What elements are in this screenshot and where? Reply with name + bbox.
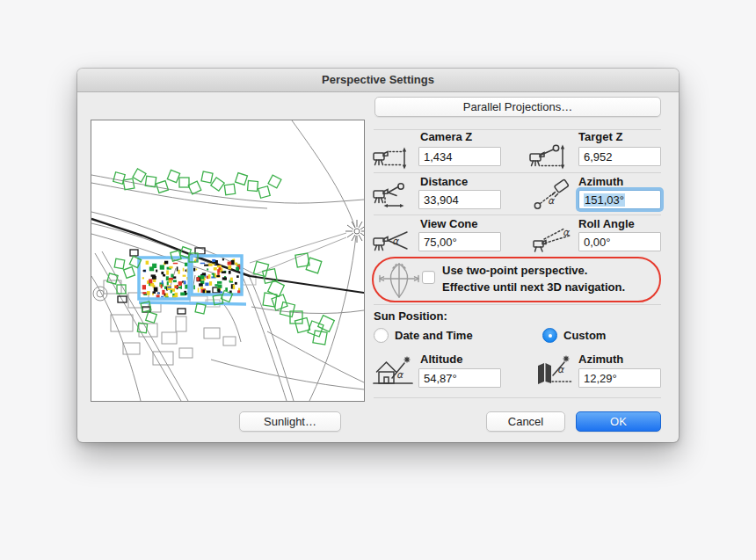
view-cone-label: View Cone (420, 217, 478, 230)
two-point-checkbox[interactable] (422, 271, 435, 284)
separator (374, 304, 661, 305)
roll-angle-input[interactable] (578, 232, 661, 251)
camera-z-icon (373, 144, 411, 171)
azimuth-label: Azimuth (578, 175, 623, 188)
roll-angle-label: Roll Angle (578, 217, 635, 230)
svg-text:α: α (548, 195, 556, 207)
selected-text: 151,03° (584, 193, 625, 207)
target-z-icon (529, 142, 570, 171)
radio-custom[interactable] (542, 328, 557, 343)
roll-angle-icon: α (533, 225, 575, 253)
sun-altitude-icon: α (373, 352, 415, 387)
site-plan-drawing (91, 120, 364, 401)
sun-altitude-input[interactable] (418, 368, 501, 388)
separator (374, 397, 661, 398)
distance-icon (373, 183, 411, 209)
sun-position-label: Sun Position: (374, 309, 447, 323)
dialog-title: Perspective Settings (322, 73, 434, 86)
camera-z-label: Camera Z (420, 130, 472, 143)
custom-radio-label: Custom (563, 329, 606, 342)
radio-date-time[interactable] (374, 328, 389, 343)
sun-azimuth-icon: α (533, 352, 575, 387)
two-point-label-line1: Use two-point perspective. (442, 263, 587, 279)
azimuth-input[interactable]: 151,03° (578, 190, 661, 209)
map-main-road (91, 219, 364, 314)
cancel-button[interactable]: Cancel (486, 411, 565, 432)
dialog-titlebar: Perspective Settings (77, 69, 679, 92)
altitude-label: Altitude (420, 353, 462, 366)
separator (374, 172, 661, 173)
svg-text:α: α (563, 227, 571, 238)
parallel-projections-button[interactable]: Parallel Projections… (374, 97, 661, 117)
distance-label: Distance (420, 175, 468, 188)
view-cone-input[interactable] (418, 232, 501, 251)
sun-azimuth-input[interactable] (578, 368, 661, 388)
separator (374, 215, 661, 215)
date-time-radio-label: Date and Time (395, 329, 473, 342)
sunburst-icon (345, 220, 364, 243)
screenshot-canvas: { "window": { "title": "Perspective Sett… (0, 0, 756, 560)
two-point-label-line2: Effective until next 3D navigation. (442, 280, 625, 295)
two-point-perspective-icon (378, 260, 420, 301)
target-z-label: Target Z (578, 130, 622, 143)
camera-z-input[interactable] (418, 147, 501, 166)
svg-text:α: α (557, 364, 565, 375)
view-cone-icon: α (373, 229, 410, 253)
distance-input[interactable] (418, 190, 501, 209)
perspective-settings-dialog: Perspective Settings (77, 69, 679, 442)
sunlight-button[interactable]: Sunlight… (239, 411, 341, 432)
ok-button[interactable]: OK (576, 411, 661, 432)
target-z-input[interactable] (578, 147, 661, 166)
sun-azimuth-label: Azimuth (578, 353, 623, 366)
svg-text:α: α (396, 369, 404, 381)
azimuth-icon: α (533, 178, 575, 211)
red-annotation-oval: Use two-point perspective. Effective unt… (372, 257, 661, 302)
map-roads (91, 120, 364, 401)
map-preview (91, 120, 365, 402)
